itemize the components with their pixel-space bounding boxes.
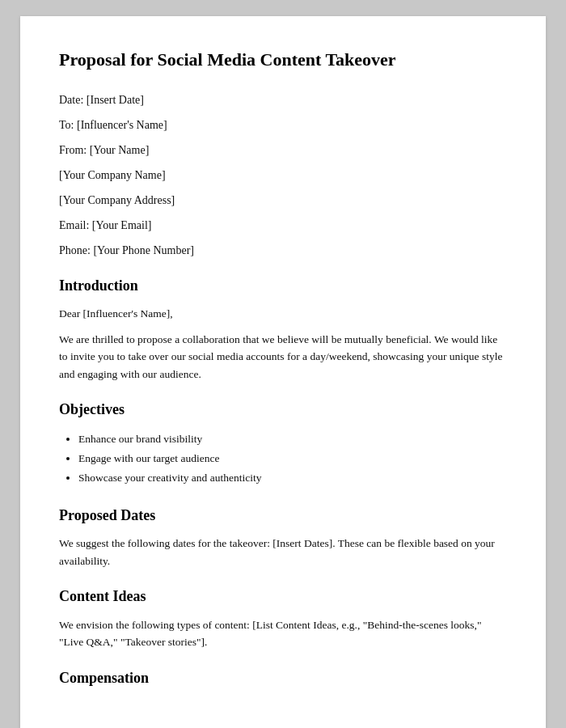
list-item: Enhance our brand visibility xyxy=(78,430,507,449)
meta-email: Email: [Your Email] xyxy=(59,217,507,234)
section-heading-proposed-dates: Proposed Dates xyxy=(59,506,507,525)
meta-date: Date: [Insert Date] xyxy=(59,91,507,108)
document-container: Proposal for Social Media Content Takeov… xyxy=(20,16,546,728)
content-ideas-body: We envision the following types of conte… xyxy=(59,616,507,651)
proposed-dates-body: We suggest the following dates for the t… xyxy=(59,535,507,569)
meta-from: From: [Your Name] xyxy=(59,142,507,159)
section-heading-objectives: Objectives xyxy=(59,400,507,419)
introduction-body: We are thrilled to propose a collaborati… xyxy=(59,331,507,383)
objectives-list: Enhance our brand visibility Engage with… xyxy=(78,430,507,489)
document-title: Proposal for Social Media Content Takeov… xyxy=(59,49,507,72)
meta-company-name: [Your Company Name] xyxy=(59,167,507,184)
meta-block: Date: [Insert Date] To: [Influencer's Na… xyxy=(59,91,507,259)
meta-company-address: [Your Company Address] xyxy=(59,192,507,209)
list-item: Engage with our target audience xyxy=(78,449,507,468)
introduction-greeting: Dear [Influencer's Name], xyxy=(59,305,507,323)
section-heading-content-ideas: Content Ideas xyxy=(59,587,507,606)
meta-phone: Phone: [Your Phone Number] xyxy=(59,242,507,259)
section-heading-introduction: Introduction xyxy=(59,277,507,295)
section-heading-compensation: Compensation xyxy=(59,669,507,688)
meta-to: To: [Influencer's Name] xyxy=(59,116,507,133)
list-item: Showcase your creativity and authenticit… xyxy=(78,468,507,488)
